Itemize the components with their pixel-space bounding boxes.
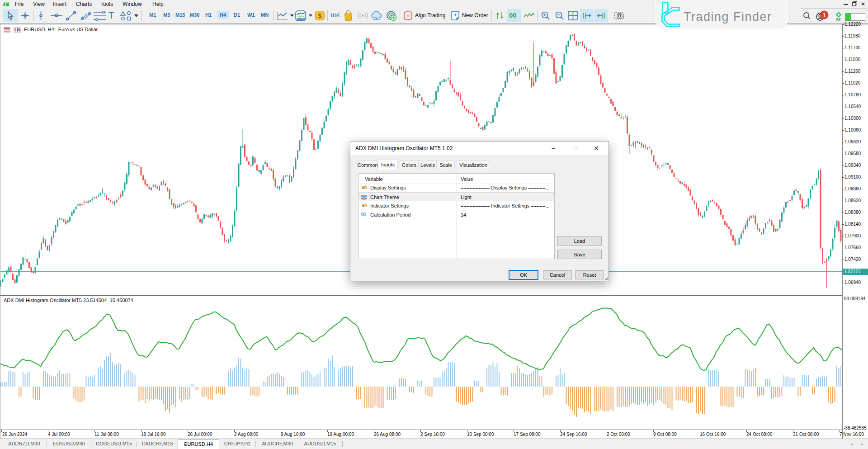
svg-text:M: M — [836, 17, 841, 22]
svg-text:1: 1 — [822, 12, 826, 19]
svg-text:$: $ — [318, 12, 322, 19]
